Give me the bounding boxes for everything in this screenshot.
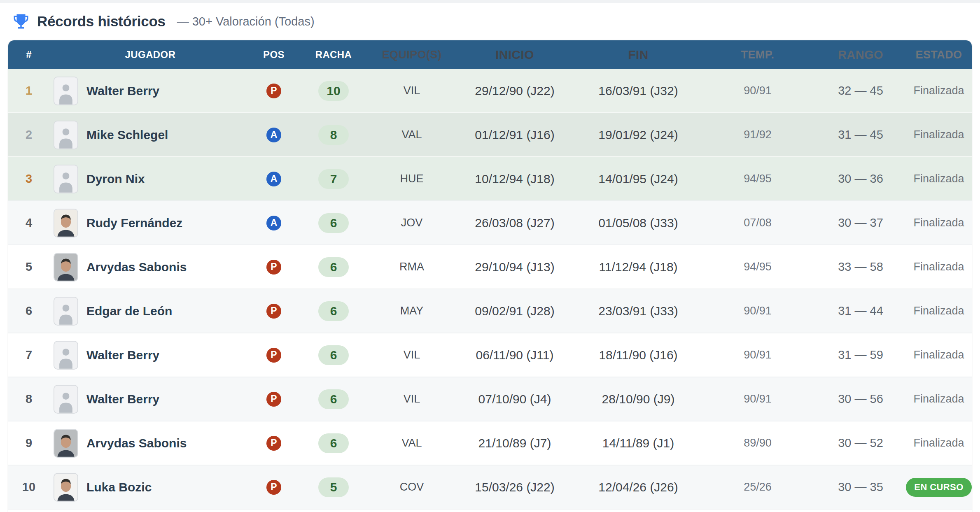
team: VAL xyxy=(371,437,453,449)
table-row[interactable]: 8 Walter Berry P 6 VIL 07/10/90 (J4) 28/… xyxy=(8,377,972,421)
season: 90/91 xyxy=(700,84,815,97)
player-avatar xyxy=(54,341,78,370)
player-name[interactable]: Arvydas Sabonis xyxy=(86,260,187,274)
column-header-inicio: INICIO xyxy=(453,48,576,62)
column-header-player: JUGADOR xyxy=(49,49,251,61)
position-badge: P xyxy=(266,436,281,451)
streak-pill: 6 xyxy=(318,213,349,233)
player-name[interactable]: Luka Bozic xyxy=(86,480,152,494)
column-header-fin: FIN xyxy=(576,48,700,62)
end-date: 14/01/95 (J24) xyxy=(576,172,700,186)
start-date: 15/03/26 (J22) xyxy=(453,480,576,494)
table-row[interactable]: 5 Arvydas Sabonis P 6 RMA 29/10/94 (J13)… xyxy=(8,244,972,289)
player-avatar xyxy=(54,473,78,502)
rank: 1 xyxy=(26,84,32,97)
page-title: Récords históricos xyxy=(37,13,166,30)
status: Finalizada xyxy=(906,305,972,317)
table-row[interactable]: 6 Edgar de León P 6 MAY 09/02/91 (J28) 2… xyxy=(8,289,972,333)
range: 31 — 44 xyxy=(815,304,906,318)
status-badge: EN CURSO xyxy=(906,478,971,497)
end-date: 11/12/94 (J18) xyxy=(576,260,700,274)
column-header-pos: POS xyxy=(251,49,296,61)
position-badge: A xyxy=(266,128,281,142)
records-table: #JUGADORPOSRACHAEQUIPO(S)INICIOFINTEMP.R… xyxy=(8,40,972,512)
rank: 9 xyxy=(26,436,32,449)
start-date: 06/11/90 (J11) xyxy=(453,348,576,362)
player-name[interactable]: Edgar de León xyxy=(86,304,172,318)
streak-pill: 6 xyxy=(318,345,349,365)
table-row[interactable]: 3 Dyron Nix A 7 HUE 10/12/94 (J18) 14/01… xyxy=(8,156,972,200)
position-badge: P xyxy=(266,480,281,495)
position-badge: P xyxy=(266,84,281,98)
end-date: 28/10/90 (J9) xyxy=(576,392,700,406)
player-name[interactable]: Walter Berry xyxy=(86,348,159,362)
status: Finalizada xyxy=(906,84,972,97)
end-date: 23/03/91 (J33) xyxy=(576,304,700,318)
player-avatar xyxy=(54,165,78,193)
player-name[interactable]: Dyron Nix xyxy=(86,172,145,186)
table-row[interactable]: 10 Luka Bozic P 5 COV 15/03/26 (J22) 12/… xyxy=(8,465,972,509)
player-name[interactable]: Arvydas Sabonis xyxy=(86,436,187,450)
player-avatar xyxy=(54,209,78,237)
player-avatar xyxy=(54,253,78,282)
team: VIL xyxy=(371,349,453,361)
status: Finalizada xyxy=(906,216,972,229)
end-date: 01/05/08 (J33) xyxy=(576,216,700,230)
team: VIL xyxy=(371,84,453,97)
column-header-rank: # xyxy=(8,49,49,61)
team: COV xyxy=(371,481,453,493)
start-date: 10/12/94 (J18) xyxy=(453,172,576,186)
team: HUE xyxy=(371,172,453,185)
start-date: 09/02/91 (J28) xyxy=(453,304,576,318)
status: Finalizada xyxy=(906,437,972,449)
season: 90/91 xyxy=(700,393,815,405)
column-header-rango: RANGO xyxy=(815,48,906,62)
table-row[interactable]: 1 Walter Berry P 10 VIL 29/12/90 (J22) 1… xyxy=(8,69,972,112)
rank: 10 xyxy=(22,480,35,493)
streak-pill: 10 xyxy=(318,81,349,101)
position-badge: P xyxy=(266,392,281,407)
range: 30 — 36 xyxy=(815,172,906,186)
rank: 4 xyxy=(26,216,32,229)
player-name[interactable]: Walter Berry xyxy=(86,84,159,98)
top-strip xyxy=(0,0,980,3)
player-name[interactable]: Mike Schlegel xyxy=(86,128,168,142)
player-name[interactable]: Rudy Fernández xyxy=(86,216,182,230)
team: VIL xyxy=(371,393,453,405)
end-date: 19/01/92 (J24) xyxy=(576,128,700,142)
status: EN CURSO xyxy=(906,478,972,497)
page-title-bar: Récords históricos — 30+ Valoración (Tod… xyxy=(0,3,980,40)
start-date: 26/03/08 (J27) xyxy=(453,216,576,230)
table-body: 1 Walter Berry P 10 VIL 29/12/90 (J22) 1… xyxy=(8,69,972,509)
column-header-equipo: EQUIPO(S) xyxy=(371,49,453,61)
rank: 3 xyxy=(26,172,32,185)
team: JOV xyxy=(371,216,453,229)
streak-pill: 5 xyxy=(318,477,349,497)
table-row[interactable]: 4 Rudy Fernández A 6 JOV 26/03/08 (J27) … xyxy=(8,200,972,244)
rank: 6 xyxy=(26,304,32,317)
position-badge: P xyxy=(266,304,281,319)
position-badge: P xyxy=(266,348,281,363)
streak-pill: 6 xyxy=(318,301,349,321)
range: 30 — 52 xyxy=(815,436,906,450)
end-date: 18/11/90 (J16) xyxy=(576,348,700,362)
season: 91/92 xyxy=(700,128,815,141)
status: Finalizada xyxy=(906,349,972,361)
table-row[interactable]: 2 Mike Schlegel A 8 VAL 01/12/91 (J16) 1… xyxy=(8,112,972,156)
streak-pill: 6 xyxy=(318,433,349,453)
streak-pill: 8 xyxy=(318,125,349,145)
table-row[interactable]: 7 Walter Berry P 6 VIL 06/11/90 (J11) 18… xyxy=(8,333,972,377)
column-header-temp: TEMP. xyxy=(700,49,815,61)
table-row[interactable]: 9 Arvydas Sabonis P 6 VAL 21/10/89 (J7) … xyxy=(8,421,972,465)
status: Finalizada xyxy=(906,261,972,273)
start-date: 29/10/94 (J13) xyxy=(453,260,576,274)
season: 07/08 xyxy=(700,216,815,229)
player-name[interactable]: Walter Berry xyxy=(86,392,159,406)
table-row-partial xyxy=(8,509,972,512)
start-date: 01/12/91 (J16) xyxy=(453,128,576,142)
trophy-icon xyxy=(12,13,30,30)
start-date: 07/10/90 (J4) xyxy=(453,392,576,406)
end-date: 14/11/89 (J1) xyxy=(576,436,700,450)
season: 89/90 xyxy=(700,437,815,449)
status: Finalizada xyxy=(906,128,972,141)
